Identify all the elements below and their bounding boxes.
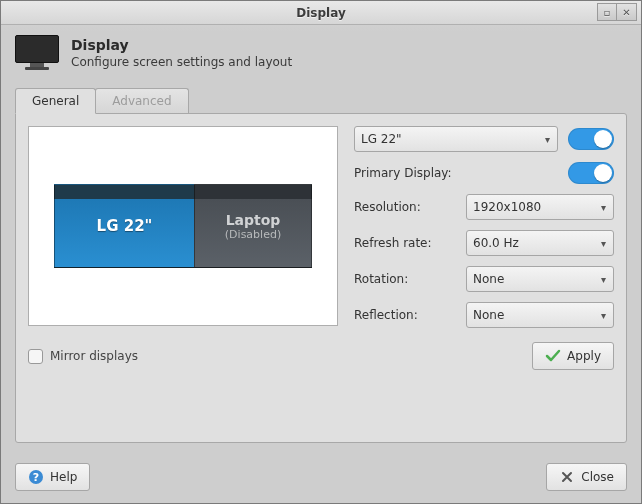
display-selector[interactable]: LG 22" [354,126,558,152]
check-icon [545,348,561,364]
display-preview[interactable]: LG 22" Laptop (Disabled) [28,126,338,326]
help-button[interactable]: ? Help [15,463,90,491]
display-arrangement: LG 22" Laptop (Disabled) [54,184,312,268]
tab-advanced[interactable]: Advanced [95,88,188,113]
preview-display-primary-label: LG 22" [97,217,153,235]
reflection-select[interactable]: None [466,302,614,328]
page-subtitle: Configure screen settings and layout [71,55,292,69]
mirror-displays-checkbox[interactable]: Mirror displays [28,349,138,364]
primary-display-label: Primary Display: [354,166,456,180]
tabs: General Advanced [15,85,627,113]
tab-general[interactable]: General [15,88,96,114]
tab-panel: LG 22" Laptop (Disabled) LG 22" [15,113,627,443]
checkbox-box [28,349,43,364]
window-minimize-button[interactable]: ▫ [597,3,617,21]
display-icon [15,35,59,71]
resolution-label: Resolution: [354,200,456,214]
preview-display-secondary[interactable]: Laptop (Disabled) [194,184,312,268]
help-icon: ? [28,469,44,485]
titlebar: Display ▫ ✕ [1,1,641,25]
rotation-select[interactable]: None [466,266,614,292]
preview-display-secondary-label: Laptop [226,212,281,228]
refresh-rate-label: Refresh rate: [354,236,456,250]
header-text: Display Configure screen settings and la… [71,37,292,69]
footer: ? Help Close [1,453,641,503]
close-button[interactable]: Close [546,463,627,491]
page-title: Display [71,37,292,53]
svg-text:?: ? [33,471,39,484]
window-controls: ▫ ✕ [597,3,637,21]
preview-display-primary[interactable]: LG 22" [54,184,194,268]
window-title: Display [296,6,345,20]
window-close-button[interactable]: ✕ [617,3,637,21]
refresh-rate-select[interactable]: 60.0 Hz [466,230,614,256]
content: General Advanced LG 22" Laptop (Disabled… [1,85,641,453]
display-enabled-toggle[interactable] [568,128,614,150]
reflection-label: Reflection: [354,308,456,322]
primary-display-toggle[interactable] [568,162,614,184]
preview-display-secondary-status: (Disabled) [225,228,281,241]
close-icon [559,469,575,485]
apply-button[interactable]: Apply [532,342,614,370]
header: Display Configure screen settings and la… [1,25,641,85]
display-settings-window: Display ▫ ✕ Display Configure screen set… [0,0,642,504]
mirror-displays-label: Mirror displays [50,349,138,363]
resolution-select[interactable]: 1920x1080 [466,194,614,220]
settings-column: LG 22" Primary Display: Resolution: [354,126,614,328]
rotation-label: Rotation: [354,272,456,286]
